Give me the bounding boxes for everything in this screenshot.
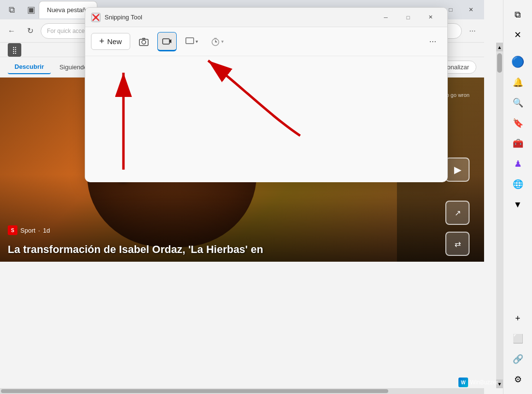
- shape-chevron: ▾: [196, 39, 198, 44]
- svg-rect-5: [186, 38, 194, 44]
- video-expand-btn[interactable]: ↗: [445, 201, 470, 225]
- refresh-btn[interactable]: ↻: [22, 23, 38, 39]
- snipping-toolbar: + New ▾: [85, 27, 447, 56]
- snipping-title: Snipping Tool: [105, 14, 375, 21]
- svg-point-1: [94, 16, 97, 19]
- sidebar-notification-btn[interactable]: 🔔: [509, 74, 527, 91]
- video-share-btn[interactable]: ⇄: [445, 232, 470, 256]
- close-btn[interactable]: ✕: [462, 0, 480, 19]
- tab-stacks-btn[interactable]: ⧉: [4, 2, 19, 17]
- source-dot: ·: [38, 227, 40, 234]
- snipping-titlebar: Snipping Tool ─ □ ✕: [85, 8, 447, 27]
- snipping-minimize-btn[interactable]: ─: [375, 8, 397, 27]
- watermark: W WinBuzzer: [458, 378, 498, 387]
- scroll-up-btn[interactable]: ▲: [496, 43, 503, 51]
- quick-access-label: For quick acces: [47, 28, 88, 34]
- timer-icon: [211, 37, 220, 47]
- video-time-ago: 1d: [43, 227, 50, 234]
- scroll-thumb: [497, 53, 502, 73]
- snipping-content-area: [85, 56, 447, 182]
- horizontal-scrollbar[interactable]: [0, 388, 484, 394]
- sidebar-copilot-btn[interactable]: 🔵: [509, 53, 527, 71]
- source-logo: S: [8, 225, 17, 235]
- snipping-window-controls: ─ □ ✕: [375, 8, 441, 27]
- tab-descubrir[interactable]: Descubrir: [8, 60, 51, 74]
- sidebar-split-btn[interactable]: ⬜: [509, 330, 527, 347]
- sidebar-close-btn[interactable]: ✕: [509, 26, 527, 44]
- snip-timer-dropdown[interactable]: ▾: [206, 33, 228, 50]
- snip-new-btn[interactable]: + New: [91, 33, 130, 50]
- video-title: La transformación de Isabel Ordaz, 'La H…: [8, 243, 263, 256]
- more-dots-icon: ···: [429, 36, 436, 47]
- snipping-close-btn[interactable]: ✕: [419, 8, 441, 27]
- video-source: S Sport · 1d: [8, 225, 50, 235]
- bg-text: to go wron: [445, 92, 470, 98]
- sidebar-games-btn[interactable]: ♟: [509, 155, 527, 173]
- winbuzzer-text: WinBuzzer: [470, 379, 498, 386]
- vertical-scrollbar[interactable]: ▲ ▼: [496, 43, 503, 388]
- sidebar-collapse-btn[interactable]: ▼: [509, 196, 527, 213]
- snip-shape-dropdown[interactable]: ▾: [181, 33, 202, 50]
- sidebar-toggle-btn[interactable]: ▣: [23, 2, 39, 17]
- snip-camera-btn[interactable]: [134, 32, 153, 51]
- sidebar-add-btn[interactable]: +: [509, 310, 527, 327]
- sidebar-stacks-btn[interactable]: ⧉: [509, 6, 527, 23]
- sidebar-tools-btn[interactable]: 🧰: [509, 135, 527, 152]
- shape-icon: [185, 37, 195, 47]
- snip-plus-icon: +: [99, 36, 105, 47]
- snip-new-label: New: [107, 37, 122, 46]
- sidebar-copilot2-btn[interactable]: 🌐: [509, 175, 527, 193]
- sidebar-share-btn[interactable]: 🔗: [509, 350, 527, 368]
- winbuzzer-logo: W: [458, 378, 468, 387]
- snipping-tool-window: Snipping Tool ─ □ ✕ + New: [85, 7, 448, 182]
- svg-point-3: [142, 40, 146, 44]
- snip-more-btn[interactable]: ···: [424, 33, 441, 50]
- source-name: Sport: [20, 227, 35, 234]
- sidebar-search-btn[interactable]: 🔍: [509, 94, 527, 111]
- video-camera-icon: [162, 36, 172, 47]
- snip-video-btn[interactable]: [157, 32, 177, 51]
- snipping-maximize-btn[interactable]: □: [397, 8, 419, 27]
- snipping-app-icon: [91, 13, 101, 22]
- camera-icon: [138, 36, 149, 47]
- back-btn[interactable]: ←: [4, 23, 19, 39]
- apps-icon[interactable]: ⣿: [8, 43, 21, 57]
- tab-label: Nueva pestaña: [47, 6, 89, 14]
- timer-chevron: ▾: [221, 39, 224, 44]
- svg-rect-4: [163, 39, 169, 44]
- right-sidebar: ⧉ ✕ 🔵 🔔 🔍 🔖 🧰 ♟ 🌐 ▼ + ⬜ 🔗 ⚙: [503, 0, 532, 394]
- browser-more-btn[interactable]: ···: [465, 23, 480, 39]
- video-play-btn[interactable]: ▶: [445, 158, 470, 182]
- sidebar-settings-btn[interactable]: ⚙: [509, 371, 527, 388]
- scrollbar-thumb: [1, 389, 388, 393]
- sidebar-bookmark-btn[interactable]: 🔖: [509, 114, 527, 132]
